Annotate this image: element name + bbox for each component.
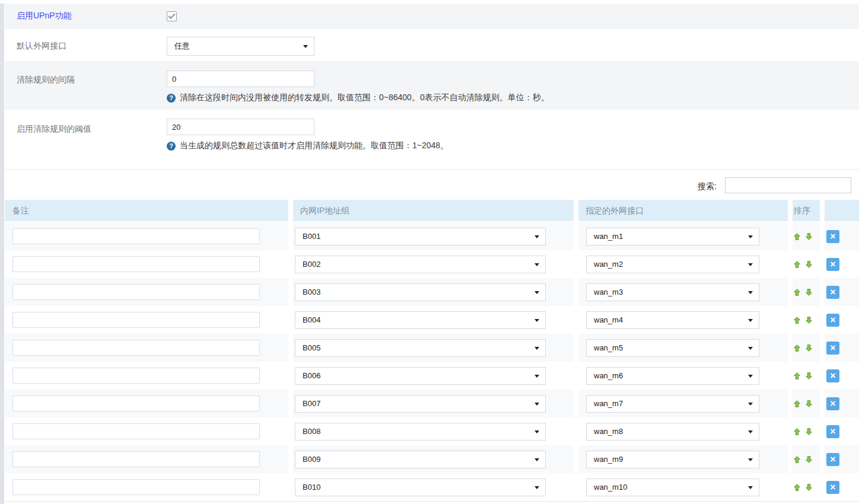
left-edge-strip: [0, 4, 4, 504]
remark-input[interactable]: [12, 228, 260, 244]
wan-interface-select[interactable]: wan_m3: [586, 283, 759, 301]
ip-group-select[interactable]: B002: [295, 256, 546, 273]
remark-input[interactable]: [12, 451, 260, 467]
column-gutter: [574, 390, 578, 417]
move-down-button[interactable]: [806, 400, 812, 407]
arrow-up-icon: [794, 456, 800, 463]
wan-interface-select[interactable]: wan_m7: [586, 395, 759, 413]
wan-interface-select[interactable]: wan_m10: [586, 479, 759, 496]
move-up-button[interactable]: [794, 289, 800, 296]
column-gutter: [820, 445, 825, 473]
search-input[interactable]: [725, 177, 851, 193]
column-gutter: [288, 306, 293, 334]
column-gutter: [788, 278, 793, 306]
ip-group-select-value: B009: [303, 455, 320, 464]
column-gutter: [574, 362, 578, 390]
move-down-button[interactable]: [806, 233, 812, 240]
delete-button[interactable]: ×: [826, 425, 839, 438]
remark-input[interactable]: [12, 395, 260, 412]
ip-group-select[interactable]: B008: [295, 423, 546, 441]
ip-group-select[interactable]: B010: [295, 479, 546, 496]
remark-input[interactable]: [12, 284, 260, 300]
ip-group-select[interactable]: B003: [295, 283, 546, 301]
wan-interface-select[interactable]: wan_m1: [586, 228, 759, 245]
wan-interface-cell: wan_m4: [578, 306, 788, 334]
wan-interface-select[interactable]: wan_m8: [586, 423, 759, 441]
table-row: B009 wan_m9 ×: [5, 445, 859, 473]
wan-interface-select[interactable]: wan_m4: [586, 311, 759, 329]
arrow-up-icon: [794, 344, 800, 352]
delete-button[interactable]: ×: [826, 286, 839, 299]
clear-threshold-label: 启用清除规则的阈值: [17, 124, 91, 135]
sort-cell: [793, 250, 820, 278]
arrow-up-icon: [794, 233, 800, 240]
column-gutter: [574, 278, 578, 306]
move-down-button[interactable]: [806, 317, 812, 324]
ip-group-cell: B003: [293, 278, 574, 306]
remark-input[interactable]: [12, 368, 260, 384]
move-down-button[interactable]: [806, 456, 812, 463]
move-down-button[interactable]: [806, 289, 812, 296]
ip-group-cell: B004: [293, 306, 574, 334]
column-gutter: [788, 473, 793, 501]
default-wan-select[interactable]: 任意: [167, 37, 314, 56]
ip-group-select[interactable]: B006: [295, 367, 546, 385]
column-gutter: [574, 222, 578, 250]
delete-button[interactable]: ×: [826, 314, 839, 327]
table-row: B003 wan_m3 ×: [5, 278, 859, 306]
move-up-button[interactable]: [794, 344, 800, 352]
delete-button[interactable]: ×: [826, 369, 839, 382]
move-up-button[interactable]: [794, 400, 800, 407]
ip-group-select[interactable]: B001: [295, 228, 546, 245]
column-gutter: [288, 200, 293, 221]
remark-input[interactable]: [12, 340, 260, 356]
sort-cell: [793, 390, 820, 417]
ip-group-select[interactable]: B009: [295, 451, 546, 468]
move-down-button[interactable]: [806, 344, 812, 352]
ip-group-select-value: B010: [303, 483, 320, 492]
arrow-down-icon: [806, 372, 812, 379]
ip-group-select[interactable]: B004: [295, 311, 546, 329]
remark-input[interactable]: [12, 423, 260, 439]
delete-button[interactable]: ×: [826, 258, 839, 271]
remark-input[interactable]: [12, 312, 260, 328]
clear-threshold-input[interactable]: [167, 119, 314, 135]
move-up-button[interactable]: [794, 317, 800, 324]
column-gutter: [820, 306, 825, 334]
delete-button[interactable]: ×: [826, 453, 839, 466]
move-up-button[interactable]: [794, 261, 800, 268]
remark-input[interactable]: [12, 479, 260, 495]
delete-button[interactable]: ×: [826, 230, 839, 243]
ip-group-select-value: B006: [303, 371, 320, 380]
arrow-up-icon: [794, 317, 800, 324]
move-up-button[interactable]: [794, 456, 800, 463]
move-down-button[interactable]: [806, 261, 812, 268]
delete-button[interactable]: ×: [826, 342, 839, 355]
wan-interface-select[interactable]: wan_m9: [586, 451, 759, 468]
wan-interface-cell: wan_m8: [578, 417, 788, 445]
column-gutter: [574, 200, 578, 221]
move-up-button[interactable]: [794, 233, 800, 240]
remark-input[interactable]: [12, 256, 260, 272]
clear-interval-input[interactable]: [167, 71, 314, 87]
actions-cell: ×: [825, 362, 859, 390]
ip-group-select[interactable]: B007: [295, 395, 546, 413]
move-down-button[interactable]: [806, 484, 812, 491]
search-row: 搜索:: [5, 170, 859, 199]
remark-cell: [5, 473, 288, 501]
move-up-button[interactable]: [794, 428, 800, 435]
move-up-button[interactable]: [794, 372, 800, 379]
wan-interface-select[interactable]: wan_m5: [586, 339, 759, 357]
move-down-button[interactable]: [806, 428, 812, 435]
enable-upnp-checkbox[interactable]: [167, 11, 177, 21]
delete-button[interactable]: ×: [826, 481, 839, 494]
upnp-settings-page: 启用UPnP功能 默认外网接口 任意 清除规则的间隔 ? 清除在这段时间内没用被…: [0, 0, 859, 504]
wan-interface-select[interactable]: wan_m2: [586, 256, 759, 273]
wan-interface-select[interactable]: wan_m6: [586, 367, 759, 385]
clear-interval-label: 清除规则的间隔: [17, 75, 75, 85]
help-icon: ?: [167, 142, 176, 151]
move-down-button[interactable]: [806, 372, 812, 379]
delete-button[interactable]: ×: [826, 397, 839, 410]
move-up-button[interactable]: [794, 484, 800, 491]
ip-group-select[interactable]: B005: [295, 339, 546, 357]
